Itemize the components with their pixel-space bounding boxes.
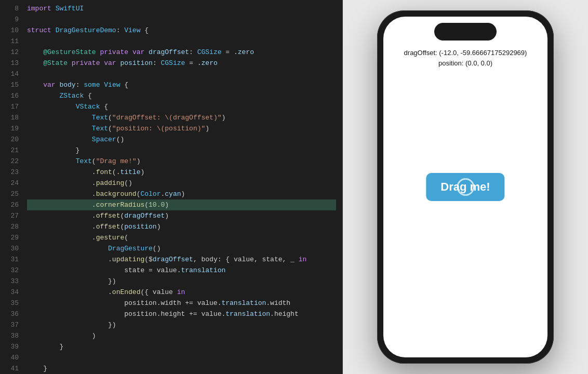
line-number: 23 bbox=[0, 167, 19, 178]
code-line: import SwiftUI bbox=[27, 3, 336, 14]
line-number: 21 bbox=[0, 145, 19, 156]
line-number: 17 bbox=[0, 101, 19, 112]
line-number: 25 bbox=[0, 189, 19, 199]
code-line: .font(.title) bbox=[27, 167, 336, 178]
line-number: 26 bbox=[0, 199, 19, 210]
code-line: .padding() bbox=[27, 178, 336, 189]
drag-btn-container: Drag me! bbox=[383, 41, 547, 357]
line-number: 10 bbox=[0, 25, 19, 36]
line-number: 15 bbox=[0, 79, 19, 90]
code-line: .background(Color.cyan) bbox=[27, 189, 336, 199]
line-number: 14 bbox=[0, 69, 19, 79]
code-line: } bbox=[27, 341, 336, 352]
code-line: DragGesture() bbox=[27, 243, 336, 254]
line-number: 29 bbox=[0, 232, 19, 243]
code-line bbox=[27, 352, 336, 363]
code-line bbox=[27, 69, 336, 79]
line-number: 37 bbox=[0, 319, 19, 330]
line-number: 35 bbox=[0, 298, 19, 309]
code-line: Spacer() bbox=[27, 134, 336, 145]
phone-content: dragOffset: (-12.0, -59.66667175292969) … bbox=[383, 41, 547, 357]
code-line: }) bbox=[27, 276, 336, 287]
line-number: 27 bbox=[0, 210, 19, 221]
drag-me-button[interactable]: Drag me! bbox=[426, 173, 504, 201]
code-line: ) bbox=[27, 330, 336, 341]
code-editor: 8910111213141516171819202122232425262728… bbox=[0, 0, 343, 374]
code-line: .updating($dragOffset, body: { value, st… bbox=[27, 254, 336, 265]
line-number: 38 bbox=[0, 330, 19, 341]
line-number: 31 bbox=[0, 254, 19, 265]
line-number: 12 bbox=[0, 47, 19, 58]
line-number: 41 bbox=[0, 363, 19, 374]
line-number: 20 bbox=[0, 134, 19, 145]
line-number: 22 bbox=[0, 156, 19, 167]
code-line: Text("Drag me!") bbox=[27, 156, 336, 167]
code-line: .onEnded({ value in bbox=[27, 287, 336, 298]
code-line: .cornerRadius(10.0) bbox=[27, 199, 336, 210]
code-line: position.width += value.translation.widt… bbox=[27, 298, 336, 309]
phone-screen: dragOffset: (-12.0, -59.66667175292969) … bbox=[383, 17, 547, 357]
code-line: .offset(dragOffset) bbox=[27, 210, 336, 221]
line-number: 11 bbox=[0, 36, 19, 47]
code-line: .offset(position) bbox=[27, 221, 336, 232]
code-content[interactable]: import SwiftUI struct DragGestureDemo: V… bbox=[23, 0, 342, 374]
line-number: 24 bbox=[0, 178, 19, 189]
code-line bbox=[27, 36, 336, 47]
code-line: Text("position: \(position)") bbox=[27, 123, 336, 134]
line-number: 30 bbox=[0, 243, 19, 254]
code-line: position.height += value.translation.hei… bbox=[27, 309, 336, 319]
code-line: }) bbox=[27, 319, 336, 330]
code-line: .gesture( bbox=[27, 232, 336, 243]
line-number: 13 bbox=[0, 58, 19, 69]
code-line: struct DragGestureDemo: View { bbox=[27, 25, 336, 36]
line-numbers: 8910111213141516171819202122232425262728… bbox=[0, 0, 23, 374]
code-line: @GestureState private var dragOffset: CG… bbox=[27, 47, 336, 58]
line-number: 28 bbox=[0, 221, 19, 232]
line-number: 18 bbox=[0, 112, 19, 123]
phone-mockup: dragOffset: (-12.0, -59.66667175292969) … bbox=[377, 10, 554, 364]
line-number: 8 bbox=[0, 3, 19, 14]
code-line: VStack { bbox=[27, 101, 336, 112]
code-line: var body: some View { bbox=[27, 79, 336, 90]
code-line: } bbox=[27, 145, 336, 156]
code-line bbox=[27, 14, 336, 25]
line-number: 36 bbox=[0, 309, 19, 319]
line-number: 19 bbox=[0, 123, 19, 134]
line-number: 32 bbox=[0, 265, 19, 276]
line-number: 40 bbox=[0, 352, 19, 363]
code-line: @State private var position: CGSize = .z… bbox=[27, 58, 336, 69]
preview-panel: dragOffset: (-12.0, -59.66667175292969) … bbox=[343, 0, 588, 374]
line-number: 34 bbox=[0, 287, 19, 298]
line-number: 9 bbox=[0, 14, 19, 25]
code-line: } bbox=[27, 363, 336, 374]
line-number: 16 bbox=[0, 90, 19, 101]
code-line: Text("dragOffset: \(dragOffset)") bbox=[27, 112, 336, 123]
line-number: 33 bbox=[0, 276, 19, 287]
code-line: state = value.translation bbox=[27, 265, 336, 276]
code-line: ZStack { bbox=[27, 90, 336, 101]
dynamic-island bbox=[434, 23, 497, 41]
line-number: 39 bbox=[0, 341, 19, 352]
